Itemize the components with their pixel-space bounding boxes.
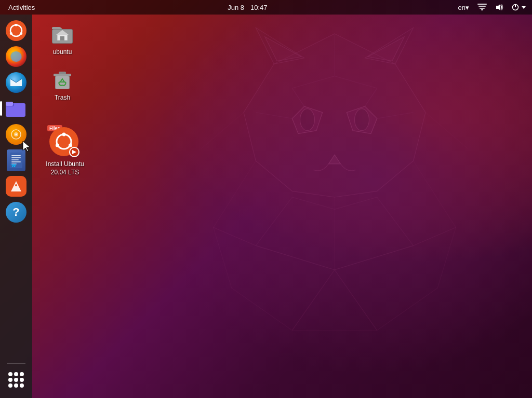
desktop: Activities Jun 8 10:47 en▾ — [0, 0, 532, 398]
network-icon — [477, 4, 487, 11]
dock-item-thunderbird[interactable] — [4, 71, 28, 94]
svg-line-18 — [414, 161, 456, 227]
svg-rect-50 — [6, 102, 13, 106]
svg-point-44 — [15, 24, 18, 26]
files-manager-icon — [6, 98, 26, 119]
svg-rect-36 — [477, 4, 487, 5]
topbar: Activities Jun 8 10:47 en▾ — [0, 0, 532, 15]
install-ubuntu-icon[interactable]: Files Install Ubuntu 20.04 LTS — [42, 127, 88, 176]
svg-point-73 — [56, 144, 59, 147]
svg-rect-58 — [11, 161, 21, 162]
svg-point-43 — [10, 25, 22, 36]
power-button[interactable] — [510, 3, 528, 12]
activities-button[interactable]: Activities — [4, 3, 39, 12]
power-icon — [512, 4, 519, 11]
grid-apps-icon — [8, 372, 24, 388]
svg-point-72 — [62, 133, 66, 136]
install-label-line1: Install Ubuntu — [46, 160, 84, 169]
install-arrow-badge — [69, 147, 79, 157]
svg-rect-56 — [11, 157, 21, 158]
svg-point-74 — [69, 144, 72, 147]
svg-rect-70 — [59, 72, 66, 74]
topbar-date: Jun 8 — [228, 4, 244, 11]
dock-item-rhythmbox[interactable] — [4, 122, 28, 146]
svg-marker-40 — [496, 4, 500, 10]
svg-rect-37 — [478, 6, 486, 7]
svg-point-45 — [10, 32, 12, 35]
install-ubuntu-label: Install Ubuntu 20.04 LTS — [46, 160, 84, 176]
volume-button[interactable] — [493, 3, 506, 12]
svg-point-7 — [300, 109, 315, 131]
svg-rect-57 — [11, 159, 19, 160]
ubuntu-logo-icon — [6, 20, 26, 41]
appstore-icon — [6, 176, 26, 197]
desktop-icon-ubuntu[interactable]: ubuntu — [42, 21, 83, 56]
svg-point-61 — [15, 184, 17, 186]
trash-icon — [50, 66, 75, 91]
dock-separator — [7, 363, 25, 364]
keyboard-layout-button[interactable]: en▾ — [456, 3, 471, 12]
firefox-icon — [6, 46, 26, 67]
topbar-center: Jun 8 10:47 — [228, 4, 267, 11]
svg-rect-55 — [11, 155, 21, 156]
svg-point-46 — [20, 32, 22, 35]
svg-line-19 — [201, 113, 244, 149]
ubuntu-install-circle — [49, 127, 78, 156]
dock-item-firefox[interactable] — [4, 45, 28, 68]
install-icon-wrapper: Files — [49, 127, 81, 158]
dock-item-help[interactable]: ? — [4, 200, 28, 224]
trash-label: Trash — [52, 93, 72, 102]
home-folder-icon — [50, 21, 75, 46]
dock-bottom — [4, 361, 28, 392]
install-label-line2: 20.04 LTS — [46, 169, 84, 177]
svg-line-20 — [425, 113, 468, 149]
svg-point-53 — [16, 134, 17, 135]
topbar-right: en▾ — [456, 3, 532, 12]
volume-icon — [495, 4, 503, 11]
svg-rect-39 — [481, 9, 483, 10]
svg-rect-66 — [60, 36, 64, 40]
network-button[interactable] — [475, 3, 489, 12]
desktop-icons-area: ubuntu T — [42, 21, 83, 102]
svg-point-8 — [355, 109, 369, 131]
svg-text:W: W — [11, 163, 16, 168]
writer-icon: W — [7, 149, 25, 171]
svg-point-71 — [57, 134, 71, 149]
dock: W ? — [0, 15, 32, 398]
desktop-icon-trash[interactable]: Trash — [42, 66, 83, 102]
power-chevron-icon — [522, 6, 526, 9]
keyboard-layout-label: en▾ — [458, 4, 469, 11]
dock-item-ubuntu[interactable] — [4, 19, 28, 43]
ubuntu-home-label: ubuntu — [51, 48, 74, 56]
dock-item-files[interactable] — [4, 97, 28, 120]
thunderbird-icon — [6, 72, 26, 93]
cat-background-art — [179, 16, 490, 379]
rhythmbox-icon — [6, 124, 26, 145]
help-icon: ? — [6, 202, 26, 223]
dock-item-appstore[interactable] — [4, 174, 28, 198]
topbar-time: 10:47 — [250, 4, 268, 11]
svg-rect-38 — [480, 8, 485, 9]
show-apps-button[interactable] — [4, 368, 28, 392]
dock-item-writer[interactable]: W — [4, 148, 28, 172]
svg-line-17 — [214, 161, 256, 227]
